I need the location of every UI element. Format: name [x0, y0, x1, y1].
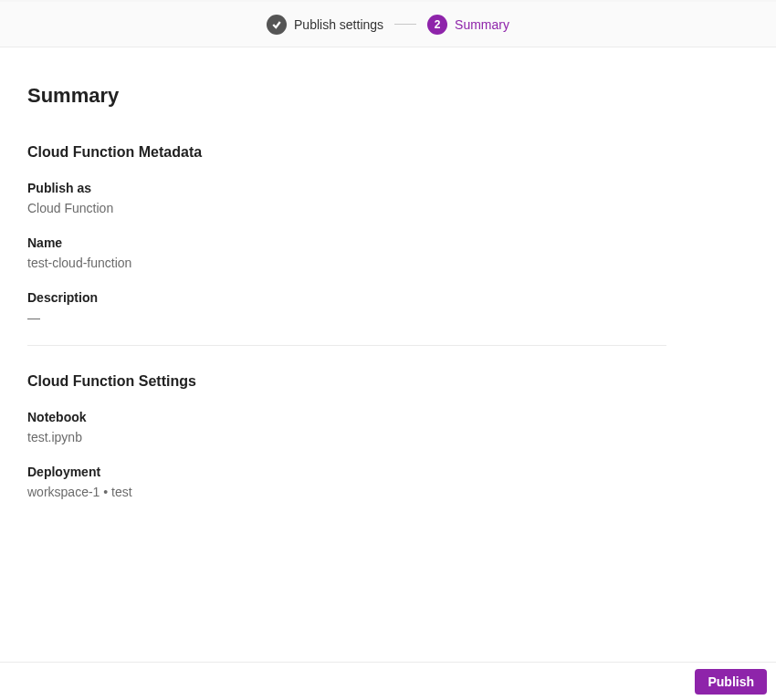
page-title: Summary — [27, 84, 749, 108]
step-publish-settings[interactable]: Publish settings — [267, 15, 383, 35]
field-label: Description — [27, 290, 749, 305]
divider — [27, 345, 666, 346]
field-label: Notebook — [27, 410, 749, 424]
field-value: Cloud Function — [27, 201, 749, 215]
stepper-bar: Publish settings 2 Summary — [0, 2, 776, 47]
field-deployment: Deployment workspace-1 • test — [27, 465, 749, 499]
section-title-settings: Cloud Function Settings — [27, 373, 749, 390]
step-label: Summary — [455, 17, 509, 32]
step-label: Publish settings — [294, 17, 383, 32]
checkmark-icon — [267, 15, 287, 35]
footer-bar: Publish — [0, 662, 776, 700]
publish-button[interactable]: Publish — [695, 669, 767, 695]
field-value: — — [27, 310, 749, 325]
field-label: Name — [27, 235, 749, 250]
step-connector — [394, 24, 416, 25]
section-title-metadata: Cloud Function Metadata — [27, 144, 749, 161]
field-value: test.ipynb — [27, 430, 749, 444]
field-description: Description — — [27, 290, 749, 325]
step-summary[interactable]: 2 Summary — [427, 15, 509, 35]
field-value: test-cloud-function — [27, 256, 749, 270]
content-area: Summary Cloud Function Metadata Publish … — [0, 47, 776, 662]
field-name: Name test-cloud-function — [27, 235, 749, 270]
step-number-icon: 2 — [427, 15, 447, 35]
field-label: Publish as — [27, 181, 749, 195]
field-value: workspace-1 • test — [27, 485, 749, 499]
field-notebook: Notebook test.ipynb — [27, 410, 749, 444]
field-publish-as: Publish as Cloud Function — [27, 181, 749, 215]
field-label: Deployment — [27, 465, 749, 479]
